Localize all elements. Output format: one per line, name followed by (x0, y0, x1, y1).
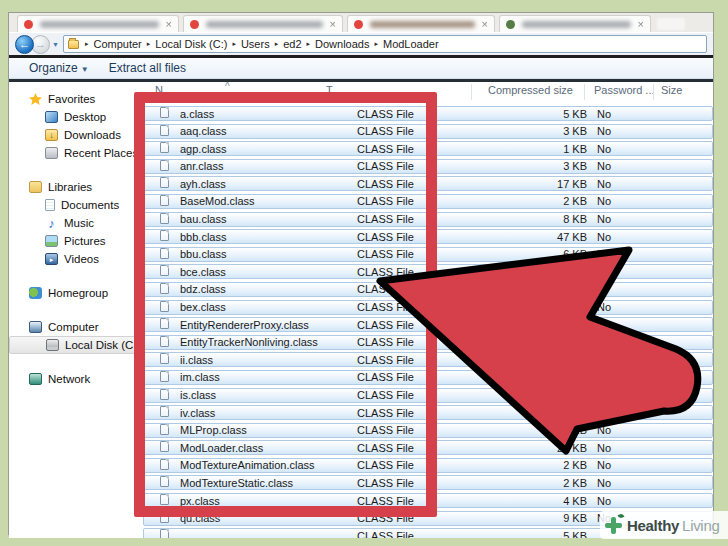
file-row-bbb-class[interactable]: bbb.class CLASS File 47 KB No (143, 229, 713, 244)
file-row-EntityRendererProxy-class[interactable]: EntityRendererProxy.class CLASS File (143, 317, 713, 332)
new-tab-button[interactable] (657, 18, 685, 30)
file-row-ModTextureAnimation-class[interactable]: ModTextureAnimation.class CLASS File 2 K… (143, 458, 713, 473)
sort-ascending-icon: ^ (225, 82, 230, 92)
file-password-protected: No (597, 178, 611, 190)
file-row-bex-class[interactable]: bex.class CLASS File No (143, 300, 713, 315)
file-row-is-class[interactable]: is.class CLASS File KB No (143, 388, 713, 403)
column-header-name[interactable]: N... (155, 84, 172, 96)
column-divider (471, 84, 472, 100)
file-password-protected: No (597, 108, 611, 120)
column-divider (584, 84, 585, 100)
sidebar-item-libraries[interactable]: Libraries (9, 178, 141, 196)
file-password-protected: No (597, 160, 611, 172)
explorer-address-bar: ← → ▼ ▸ Computer ▸ Local Disk (C:) ▸ Use… (9, 32, 713, 55)
column-header-password[interactable]: Password ... (594, 84, 655, 96)
file-compressed-size: KB (494, 407, 587, 419)
file-name: EntityRendererProxy.class (180, 319, 309, 331)
breadcrumb-item-users[interactable]: Users (239, 38, 272, 50)
breadcrumb-item-local-disk-c-[interactable]: Local Disk (C:) (153, 38, 229, 50)
file-row-bce-class[interactable]: bce.class CLASS File (143, 264, 713, 279)
sidebar-item-desktop[interactable]: Desktop (9, 108, 141, 126)
tab-title-blurred (206, 21, 323, 28)
file-name: iv.class (180, 407, 215, 419)
extract-all-files-button[interactable]: Extract all files (99, 61, 196, 75)
computer-icon (29, 321, 42, 333)
file-name: MLProp.class (180, 424, 247, 436)
file-row-bbu-class[interactable]: bbu.class CLASS File 6 KB No (143, 247, 713, 262)
file-type: CLASS File (357, 495, 414, 507)
file-type: CLASS File (357, 301, 414, 313)
browser-tab[interactable]: × (499, 15, 651, 32)
browser-tab[interactable]: × (17, 15, 179, 32)
file-type: CLASS File (357, 477, 414, 489)
organize-button[interactable]: Organize▼ (19, 61, 99, 75)
file-name: is.class (180, 389, 216, 401)
file-row-iv-class[interactable]: iv.class CLASS File KB No (143, 405, 713, 420)
sidebar-item-local-disk-c-[interactable]: Local Disk (C:) (9, 336, 139, 354)
breadcrumb-item-modloader[interactable]: ModLoader (381, 38, 441, 50)
sidebar-item-documents[interactable]: Documents (9, 196, 141, 214)
sidebar-item-computer[interactable]: Computer (9, 318, 141, 336)
file-row-bau-class[interactable]: bau.class CLASS File 8 KB No (143, 212, 713, 227)
file-compressed-size: 8 KB (494, 213, 587, 225)
file-type: CLASS File (357, 143, 414, 155)
back-button[interactable]: ← (15, 35, 34, 54)
file-type: CLASS File (357, 213, 414, 225)
sidebar-item-pictures[interactable]: Pictures (9, 232, 141, 250)
folder-icon (68, 40, 79, 49)
breadcrumb-item-computer[interactable]: Computer (91, 38, 143, 50)
file-row-aaq-class[interactable]: aaq.class CLASS File 3 KB No (143, 124, 713, 139)
browser-tab-bar: × × × × (9, 13, 713, 32)
file-icon (160, 230, 169, 241)
tab-close-icon[interactable]: × (482, 20, 488, 29)
file-row-BaseMod-class[interactable]: BaseMod.class CLASS File 2 KB No (143, 194, 713, 209)
sidebar-item-network[interactable]: Network (9, 370, 141, 388)
file-row-ayh-class[interactable]: ayh.class CLASS File 17 KB No (143, 176, 713, 191)
file-row-agp-class[interactable]: agp.class CLASS File 1 KB No (143, 141, 713, 156)
column-header-type[interactable]: T... (326, 84, 341, 96)
file-row-ModLoader-class[interactable]: ModLoader.class CLASS File 27 KB No (143, 440, 713, 455)
sidebar-item-homegroup[interactable]: Homegroup (9, 284, 141, 302)
file-name: anr.class (180, 160, 223, 172)
column-header-compressed-size[interactable]: Compressed size (488, 84, 573, 96)
browser-tab[interactable]: × (183, 15, 343, 32)
sidebar-item-favorites[interactable]: Favorites (9, 90, 141, 108)
sidebar-item-videos[interactable]: ▸ Videos (9, 250, 141, 268)
file-row-px-class[interactable]: px.class CLASS File 4 KB No (143, 493, 713, 508)
tab-close-icon[interactable]: × (638, 20, 644, 29)
browser-tab[interactable]: × (347, 15, 495, 32)
health-plus-icon (605, 517, 622, 534)
file-type: CLASS File (357, 195, 414, 207)
file-row-a-class[interactable]: a.class CLASS File 5 KB No (143, 106, 713, 121)
file-name: bau.class (180, 213, 226, 225)
file-password-protected: No (597, 477, 611, 489)
tab-close-icon[interactable]: × (166, 20, 172, 29)
breadcrumb-item-ed2[interactable]: ed2 (281, 38, 303, 50)
file-row-EntityTrackerNonliving-class[interactable]: EntityTrackerNonliving.class CLASS File (143, 335, 713, 350)
file-row-ii-class[interactable]: ii.class CLASS File (143, 352, 713, 367)
file-row-im-class[interactable]: im.class CLASS File KB No (143, 370, 713, 385)
breadcrumb-item-downloads[interactable]: Downloads (313, 38, 371, 50)
file-name: bex.class (180, 301, 226, 313)
file-password-protected: No (597, 442, 611, 454)
column-divider (653, 84, 654, 100)
file-icon (160, 301, 169, 312)
file-icon (160, 406, 169, 417)
breadcrumb[interactable]: ▸ Computer ▸ Local Disk (C:) ▸ Users ▸ e… (63, 35, 707, 53)
column-header-size[interactable]: Size (661, 84, 682, 96)
file-row-bdz-class[interactable]: bdz.class CLASS File (143, 282, 713, 297)
file-row-ModTextureStatic-class[interactable]: ModTextureStatic.class CLASS File 2 KB N… (143, 475, 713, 490)
document-icon (45, 199, 55, 211)
file-type: CLASS File (357, 319, 414, 331)
file-type: CLASS File (357, 442, 414, 454)
file-row-MLProp-class[interactable]: MLProp.class CLASS File KB No (143, 423, 713, 438)
file-row-anr-class[interactable]: anr.class CLASS File 3 KB No (143, 159, 713, 174)
file-type: CLASS File (357, 125, 414, 137)
file-type: CLASS File (357, 160, 414, 172)
tab-close-icon[interactable]: × (330, 20, 336, 29)
sidebar-item-music[interactable]: ♪ Music (9, 214, 141, 232)
watermark-badge: Healthy Living (600, 511, 728, 539)
history-dropdown-icon[interactable]: ▼ (52, 41, 59, 48)
sidebar-item-downloads[interactable]: ↓ Downloads (9, 126, 141, 144)
sidebar-item-recent-places[interactable]: Recent Places (9, 144, 141, 162)
